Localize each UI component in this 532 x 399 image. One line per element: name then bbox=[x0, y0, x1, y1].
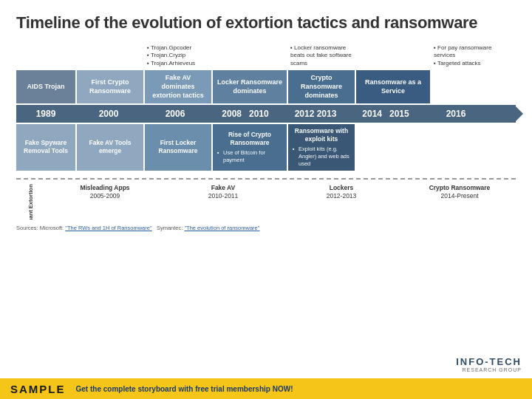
source-symantec[interactable]: "The evolution of ransomware" bbox=[184, 225, 259, 231]
tactic-label-3: Lockers bbox=[285, 184, 398, 193]
first-locker-box: First Locker Ransomware bbox=[145, 124, 211, 170]
year-2012-2013: 2012 2013 bbox=[282, 109, 349, 119]
sources-section: Sources: Microsoft: "The RWs and 1H of R… bbox=[16, 224, 516, 232]
raas-box: Ransomware as a Service bbox=[356, 70, 430, 103]
tactic-lockers: Lockers 2012-2013 bbox=[285, 184, 398, 202]
bullet-cryzip: Trojan.Cryzip bbox=[147, 52, 209, 59]
tactic-label-2: Fake AV bbox=[167, 184, 279, 193]
bullet-locker-beats: Locker ransomware beats out fake softwar… bbox=[290, 44, 352, 67]
tactic-label-1: Misleading Apps bbox=[49, 184, 161, 193]
locker-dom-box: Locker Ransomware dominates bbox=[213, 70, 287, 103]
logo-main: INFO-TECH bbox=[456, 356, 522, 367]
tactic-years-3: 2012-2013 bbox=[327, 192, 357, 200]
logo-sub: RESEARCH GROUP bbox=[456, 367, 522, 372]
bullet-arhieveus: Trojan.Arhieveus bbox=[147, 60, 209, 67]
bullet-gpcoder: Trojan.Gpcoder bbox=[147, 44, 209, 52]
vertical-label: Dominant Extortion Tactic bbox=[27, 184, 34, 219]
top-empty-col bbox=[432, 70, 498, 103]
top-info-col7: For pay ransomware services Targeted att… bbox=[432, 43, 498, 69]
fake-av-box: Fake AV dominates extortion tactics bbox=[145, 70, 211, 103]
source-microsoft[interactable]: "The RWs and 1H of Ransomware" bbox=[65, 225, 151, 231]
tactic-fakeav: Fake AV 2010-2011 bbox=[167, 184, 279, 202]
dashed-separator bbox=[16, 178, 516, 180]
tactic-label-4: Crypto Ransomware bbox=[403, 184, 516, 193]
tactic-section: Dominant Extortion Tactic Misleading App… bbox=[16, 184, 516, 219]
fake-spyware-box: Fake Spyware Removal Tools bbox=[16, 124, 75, 170]
tactic-years-1: 2005-2009 bbox=[90, 192, 120, 200]
fake-av-tools-box: Fake AV Tools emerge bbox=[77, 124, 143, 170]
crypto-dom-box: Crypto Ransomware dominates bbox=[288, 70, 355, 103]
timeline-arrow bbox=[514, 105, 523, 123]
top-info-col2 bbox=[77, 43, 143, 69]
raas-exploits-box: Ransomware with exploit kits Exploit kit… bbox=[288, 124, 355, 170]
year-2016: 2016 bbox=[423, 109, 489, 119]
year-2000: 2000 bbox=[75, 109, 142, 119]
exploit-kits-bullet: Exploit kits (e.g. Angler) and web ads u… bbox=[293, 146, 350, 167]
top-info-col3: Trojan.Gpcoder Trojan.Cryzip Trojan.Arhi… bbox=[145, 43, 211, 69]
top-info-col6 bbox=[356, 43, 430, 69]
top-info-col4 bbox=[213, 43, 287, 69]
first-crypto-box: First Crypto Ransomware bbox=[77, 70, 143, 103]
banner-cta[interactable]: Get the complete storyboard with free tr… bbox=[76, 385, 293, 393]
tactic-crypto: Crypto Ransomware 2014-Present bbox=[403, 184, 516, 202]
page-title: Timeline of the evolution of extortion t… bbox=[16, 13, 516, 33]
year-1989: 1989 bbox=[16, 109, 75, 119]
year-2014-2015: 2014 2015 bbox=[349, 109, 423, 119]
bitcoin-bullet: Use of Bitcoin for payment bbox=[217, 149, 282, 164]
top-info-col5: Locker ransomware beats out fake softwar… bbox=[288, 43, 355, 69]
bottom-banner: SAMPLE Get the complete storyboard with … bbox=[0, 378, 532, 399]
sample-text: SAMPLE bbox=[10, 383, 66, 395]
year-2006: 2006 bbox=[142, 109, 208, 119]
logo-area: INFO-TECH RESEARCH GROUP bbox=[456, 356, 522, 372]
rise-crypto-box: Rise of Crypto Ransomware Use of Bitcoin… bbox=[213, 124, 287, 170]
year-2008-2010: 2008 2010 bbox=[208, 109, 282, 119]
top-info-spacer bbox=[16, 43, 75, 69]
tactic-misleading: Misleading Apps 2005-2009 bbox=[49, 184, 161, 202]
bullet-targeted: Targeted attacks bbox=[434, 60, 496, 67]
sources-label: Sources: bbox=[16, 225, 38, 231]
tactic-years-4: 2014-Present bbox=[440, 192, 478, 200]
tactic-years-2: 2010-2011 bbox=[208, 192, 239, 200]
page: Timeline of the evolution of extortion t… bbox=[0, 0, 532, 399]
bullet-forpay: For pay ransomware services bbox=[434, 44, 496, 60]
aids-trojan-box: AIDS Trojan bbox=[16, 70, 75, 103]
bottom-empty bbox=[356, 124, 430, 170]
